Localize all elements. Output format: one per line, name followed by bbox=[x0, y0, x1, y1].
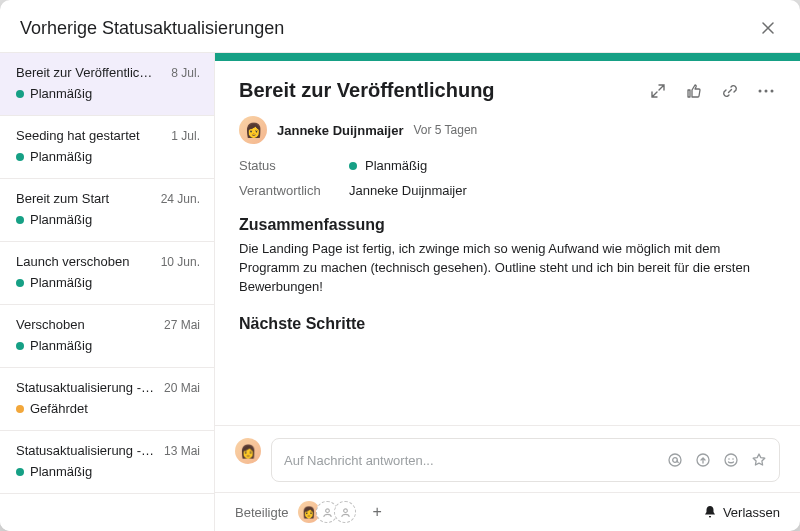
bell-icon bbox=[703, 505, 717, 519]
sidebar-item-date: 10 Jun. bbox=[161, 255, 200, 269]
content-header: Bereit zur Veröffentlichung bbox=[239, 79, 776, 102]
meta-owner-value: Janneke Duijnmaijer bbox=[349, 183, 776, 198]
author-row: 👩 Janneke Duijnmaijer Vor 5 Tagen bbox=[239, 116, 776, 144]
follower-placeholder[interactable] bbox=[334, 501, 356, 523]
svg-point-8 bbox=[732, 458, 734, 460]
close-icon bbox=[760, 20, 776, 36]
meta-owner-label: Verantwortlich bbox=[239, 183, 349, 198]
sidebar-item[interactable]: Bereit zur Veröffentlichung8 Jul.Planmäß… bbox=[0, 53, 214, 116]
sidebar-status-label: Planmäßig bbox=[30, 464, 92, 479]
sidebar[interactable]: Bereit zur Veröffentlichung8 Jul.Planmäß… bbox=[0, 53, 215, 531]
sidebar-item-date: 20 Mai bbox=[164, 381, 200, 395]
sidebar-item-title: Seeding hat gestartet bbox=[16, 128, 140, 143]
expand-button[interactable] bbox=[648, 81, 668, 101]
appreciate-icon[interactable] bbox=[751, 452, 767, 468]
close-button[interactable] bbox=[754, 14, 782, 42]
copy-link-button[interactable] bbox=[720, 81, 740, 101]
sidebar-status-label: Planmäßig bbox=[30, 275, 92, 290]
sidebar-status-label: Planmäßig bbox=[30, 338, 92, 353]
update-title: Bereit zur Veröffentlichung bbox=[239, 79, 495, 102]
sidebar-item-date: 13 Mai bbox=[164, 444, 200, 458]
summary-heading: Zusammenfassung bbox=[239, 216, 776, 234]
sidebar-item-title: Bereit zum Start bbox=[16, 191, 109, 206]
modal-title: Vorherige Statusaktualisierungen bbox=[20, 18, 284, 39]
sidebar-item-date: 27 Mai bbox=[164, 318, 200, 332]
status-dot-icon bbox=[16, 216, 24, 224]
svg-point-3 bbox=[669, 454, 681, 466]
status-updates-modal: Vorherige Statusaktualisierungen Bereit … bbox=[0, 0, 800, 531]
sidebar-item-title: Verschoben bbox=[16, 317, 85, 332]
status-dot-icon bbox=[349, 162, 357, 170]
more-actions-button[interactable] bbox=[756, 81, 776, 101]
author-avatar[interactable]: 👩 bbox=[239, 116, 267, 144]
like-button[interactable] bbox=[684, 81, 704, 101]
leave-label: Verlassen bbox=[723, 505, 780, 520]
status-dot-icon bbox=[16, 405, 24, 413]
svg-point-0 bbox=[759, 89, 762, 92]
sidebar-item[interactable]: Statusaktualisierung - 13 ...13 MaiPlanm… bbox=[0, 431, 214, 494]
summary-body: Die Landing Page ist fertig, ich zwinge … bbox=[239, 240, 776, 297]
sidebar-status-label: Gefährdet bbox=[30, 401, 88, 416]
next-steps-heading: Nächste Schritte bbox=[239, 315, 776, 333]
sidebar-item-date: 24 Jun. bbox=[161, 192, 200, 206]
sidebar-item-date: 1 Jul. bbox=[171, 129, 200, 143]
sidebar-status-label: Planmäßig bbox=[30, 212, 92, 227]
status-dot-icon bbox=[16, 468, 24, 476]
meta-status-value: Planmäßig bbox=[349, 158, 776, 173]
reply-avatar: 👩 bbox=[235, 438, 261, 464]
sidebar-item-title: Statusaktualisierung - 13 ... bbox=[16, 443, 156, 458]
sidebar-item[interactable]: Seeding hat gestartet1 Jul.Planmäßig bbox=[0, 116, 214, 179]
thumbs-up-icon bbox=[686, 83, 702, 99]
reply-toolbar bbox=[667, 452, 767, 468]
leave-button[interactable]: Verlassen bbox=[703, 505, 780, 520]
svg-point-2 bbox=[771, 89, 774, 92]
followers-area: Beteiligte 👩 + bbox=[235, 501, 382, 523]
sidebar-status-label: Planmäßig bbox=[30, 86, 92, 101]
svg-point-9 bbox=[326, 508, 330, 512]
meta-grid: Status Planmäßig Verantwortlich Janneke … bbox=[239, 158, 776, 198]
person-icon bbox=[340, 507, 351, 518]
expand-icon bbox=[650, 83, 666, 99]
modal-header: Vorherige Statusaktualisierungen bbox=[0, 0, 800, 52]
sidebar-item-title: Bereit zur Veröffentlichung bbox=[16, 65, 156, 80]
footer: Beteiligte 👩 + Verlassen bbox=[215, 492, 800, 531]
sidebar-item-date: 8 Jul. bbox=[171, 66, 200, 80]
sidebar-item[interactable]: Bereit zum Start24 Jun.Planmäßig bbox=[0, 179, 214, 242]
more-icon bbox=[758, 89, 774, 93]
svg-point-4 bbox=[673, 458, 678, 463]
link-icon bbox=[722, 83, 738, 99]
reply-input[interactable]: Auf Nachricht antworten... bbox=[271, 438, 780, 482]
svg-point-7 bbox=[728, 458, 730, 460]
modal-body: Bereit zur Veröffentlichung8 Jul.Planmäß… bbox=[0, 52, 800, 531]
add-follower-button[interactable]: + bbox=[372, 503, 381, 521]
sidebar-item-title: Launch verschoben bbox=[16, 254, 129, 269]
emoji-icon[interactable] bbox=[723, 452, 739, 468]
svg-point-10 bbox=[344, 508, 348, 512]
content-actions bbox=[648, 81, 776, 101]
status-dot-icon bbox=[16, 153, 24, 161]
main-panel: Bereit zur Veröffentlichung bbox=[215, 53, 800, 531]
content-area: Bereit zur Veröffentlichung bbox=[215, 61, 800, 425]
person-icon bbox=[322, 507, 333, 518]
sidebar-status-label: Planmäßig bbox=[30, 149, 92, 164]
meta-status-label: Status bbox=[239, 158, 349, 173]
followers-label: Beteiligte bbox=[235, 505, 288, 520]
status-dot-icon bbox=[16, 279, 24, 287]
status-dot-icon bbox=[16, 90, 24, 98]
author-time: Vor 5 Tagen bbox=[413, 123, 477, 137]
accent-bar bbox=[215, 53, 800, 61]
follower-avatars: 👩 bbox=[298, 501, 356, 523]
svg-point-6 bbox=[725, 454, 737, 466]
sidebar-item-title: Statusaktualisierung - 20 ... bbox=[16, 380, 156, 395]
sidebar-item[interactable]: Launch verschoben10 Jun.Planmäßig bbox=[0, 242, 214, 305]
reply-area: 👩 Auf Nachricht antworten... bbox=[215, 425, 800, 492]
sidebar-item[interactable]: Statusaktualisierung - 20 ...20 MaiGefäh… bbox=[0, 368, 214, 431]
svg-point-1 bbox=[765, 89, 768, 92]
status-text: Planmäßig bbox=[365, 158, 427, 173]
mention-icon[interactable] bbox=[667, 452, 683, 468]
author-name: Janneke Duijnmaijer bbox=[277, 123, 403, 138]
sidebar-item[interactable]: Verschoben27 MaiPlanmäßig bbox=[0, 305, 214, 368]
reply-placeholder: Auf Nachricht antworten... bbox=[284, 453, 434, 468]
record-icon[interactable] bbox=[695, 452, 711, 468]
status-dot-icon bbox=[16, 342, 24, 350]
